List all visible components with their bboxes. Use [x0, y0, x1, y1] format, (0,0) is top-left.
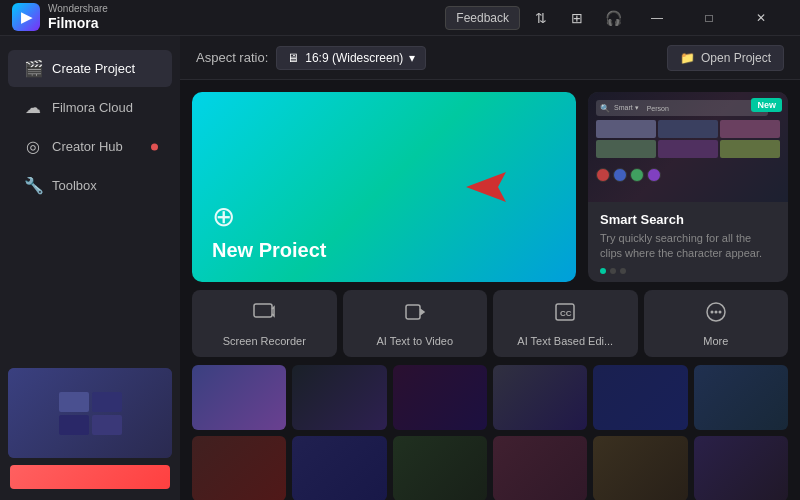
recent-project-item[interactable] [292, 436, 386, 500]
recent-thumbnail [292, 436, 386, 500]
recent-projects-grid [180, 365, 800, 500]
sidebar-item-creator-hub[interactable]: ◎ Creator Hub [8, 128, 172, 165]
screen-recorder-label: Screen Recorder [223, 335, 306, 347]
recent-thumbnail [694, 436, 788, 500]
main-layout: 🎬 Create Project ☁ Filmora Cloud ◎ Creat… [0, 36, 800, 500]
recent-thumbnail [593, 365, 687, 430]
recent-thumbnail [192, 436, 286, 500]
preview-cell [720, 140, 780, 158]
recent-project-item[interactable] [192, 436, 286, 500]
aspect-monitor-icon: 🖥 [287, 51, 299, 65]
smart-card-description: Try quickly searching for all the clips … [600, 231, 776, 262]
face-avatars [588, 166, 788, 184]
preview-cell [658, 120, 718, 138]
ai-text-video-icon [403, 300, 427, 329]
svg-rect-1 [406, 305, 420, 319]
screen-recorder-tool[interactable]: Screen Recorder [192, 290, 337, 357]
maximize-button[interactable]: □ [686, 0, 732, 36]
ai-text-based-edit-tool[interactable]: CC AI Text Based Edi... [493, 290, 638, 357]
quick-tools-row: Screen Recorder AI Text to Video CC [180, 290, 800, 365]
preview-cell [720, 120, 780, 138]
sidebar-item-label: Filmora Cloud [52, 100, 133, 115]
open-project-button[interactable]: 📁 Open Project [667, 45, 784, 71]
filmora-cloud-icon: ☁ [24, 98, 42, 117]
smart-card-title: Smart Search [600, 212, 776, 227]
aspect-ratio-dropdown[interactable]: 🖥 16:9 (Widescreen) ▾ [276, 46, 426, 70]
preview-search-bar: 🔍Smart ▾ Person [596, 100, 768, 116]
ai-text-based-icon: CC [553, 300, 577, 329]
recent-project-item[interactable] [393, 436, 487, 500]
svg-point-6 [714, 311, 717, 314]
screen-recorder-icon [252, 300, 276, 329]
more-label: More [703, 335, 728, 347]
recent-project-item[interactable] [192, 365, 286, 430]
smart-card-preview: 🔍Smart ▾ Person New [588, 92, 788, 202]
dot-3 [620, 268, 626, 274]
sidebar-item-label: Creator Hub [52, 139, 123, 154]
smart-search-card[interactable]: 🔍Smart ▾ Person New [588, 92, 788, 282]
sidebar-item-create-project[interactable]: 🎬 Create Project [8, 50, 172, 87]
chevron-down-icon: ▾ [409, 51, 415, 65]
recent-thumbnail [393, 436, 487, 500]
ai-text-based-label: AI Text Based Edi... [517, 335, 613, 347]
preview-cell [596, 120, 656, 138]
dot-1 [600, 268, 606, 274]
more-tool[interactable]: More [644, 290, 789, 357]
recent-project-item[interactable] [493, 436, 587, 500]
recent-thumbnail [292, 365, 386, 430]
aspect-ratio-label: Aspect ratio: [196, 50, 268, 65]
more-icon [704, 300, 728, 329]
recent-project-item[interactable] [593, 436, 687, 500]
svg-point-5 [710, 311, 713, 314]
svg-point-7 [718, 311, 721, 314]
recent-project-item[interactable] [292, 365, 386, 430]
minimize-button[interactable]: — [634, 0, 680, 36]
sidebar-item-filmora-cloud[interactable]: ☁ Filmora Cloud [8, 89, 172, 126]
grid-icon-button[interactable]: ⊞ [562, 5, 592, 31]
toolbox-icon: 🔧 [24, 176, 42, 195]
create-project-icon: 🎬 [24, 59, 42, 78]
recent-thumbnail [493, 436, 587, 500]
sidebar: 🎬 Create Project ☁ Filmora Cloud ◎ Creat… [0, 36, 180, 500]
card-pagination-dots [600, 268, 776, 274]
recent-project-item[interactable] [393, 365, 487, 430]
new-project-card[interactable]: ⊕ New Proiect [192, 92, 576, 282]
sidebar-item-toolbox[interactable]: 🔧 Toolbox [8, 167, 172, 204]
recent-project-item[interactable] [493, 365, 587, 430]
recent-thumbnail [593, 436, 687, 500]
feedback-button[interactable]: Feedback [445, 6, 520, 30]
recent-thumbnail [393, 365, 487, 430]
sync-icon-button[interactable]: ⇅ [526, 5, 556, 31]
open-project-label: Open Project [701, 51, 771, 65]
recent-project-item[interactable] [694, 365, 788, 430]
brand-top: Wondershare [48, 3, 108, 15]
recent-thumbnail [192, 365, 286, 430]
recent-project-item[interactable] [593, 365, 687, 430]
preview-cell [596, 140, 656, 158]
brand-area: ▶ Wondershare Filmora [0, 3, 108, 32]
content-area: Aspect ratio: 🖥 16:9 (Widescreen) ▾ 📁 Op… [180, 36, 800, 500]
sidebar-thumbnail-area [0, 360, 180, 500]
dot-2 [610, 268, 616, 274]
brand-bottom: Filmora [48, 15, 108, 32]
sidebar-item-label: Toolbox [52, 178, 97, 193]
sidebar-item-label: Create Project [52, 61, 135, 76]
title-bar: ▶ Wondershare Filmora Feedback ⇅ ⊞ 🎧 — □… [0, 0, 800, 36]
close-button[interactable]: ✕ [738, 0, 784, 36]
logo-icon: ▶ [12, 3, 40, 31]
aspect-ratio-section: Aspect ratio: 🖥 16:9 (Widescreen) ▾ [196, 46, 426, 70]
new-project-label: New Proiect [212, 239, 556, 262]
recent-project-item[interactable] [694, 436, 788, 500]
aspect-ratio-value: 16:9 (Widescreen) [305, 51, 403, 65]
sidebar-bottom-thumb2 [8, 462, 172, 492]
ai-text-to-video-label: AI Text to Video [376, 335, 453, 347]
content-topbar: Aspect ratio: 🖥 16:9 (Widescreen) ▾ 📁 Op… [180, 36, 800, 80]
ai-text-to-video-tool[interactable]: AI Text to Video [343, 290, 488, 357]
new-badge: New [751, 98, 782, 112]
top-toolbar: Feedback ⇅ ⊞ 🎧 — □ ✕ [445, 0, 784, 36]
headset-icon-button[interactable]: 🎧 [598, 5, 628, 31]
smart-card-info: Smart Search Try quickly searching for a… [588, 202, 788, 282]
svg-text:CC: CC [560, 309, 572, 318]
cards-area: ⊕ New Proiect 🔍Smart ▾ Person New [180, 80, 800, 290]
creator-hub-icon: ◎ [24, 137, 42, 156]
